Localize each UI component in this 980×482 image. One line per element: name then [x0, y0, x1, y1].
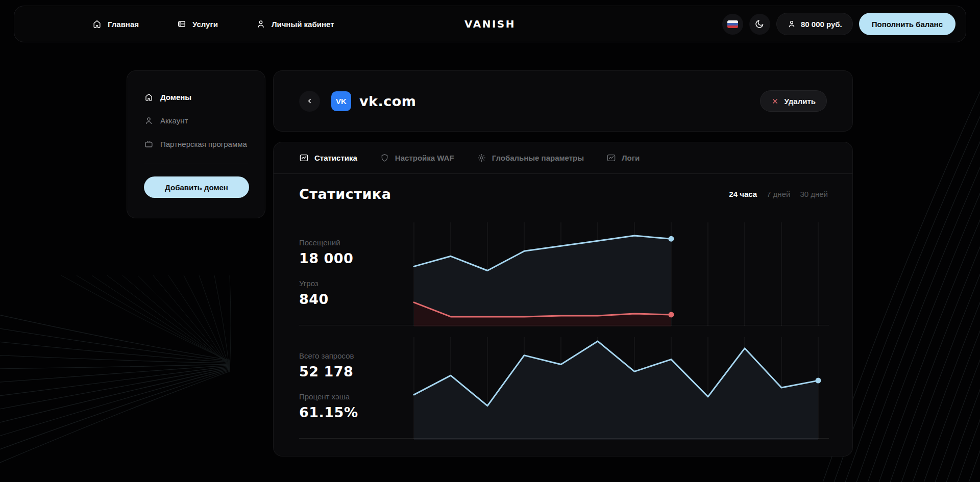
- navbar: Главная Услуги Личный кабинет VANISH: [14, 6, 966, 42]
- range-24h[interactable]: 24 часа: [729, 190, 757, 198]
- chart-divider: [299, 438, 829, 439]
- navbar-right: 80 000 руб. Пополнить баланс: [722, 13, 955, 35]
- statistics-header: Статистика 24 часа 7 дней 30 дней: [299, 186, 828, 202]
- statistics-card: Статистика Настройка WAF Глобальные пара…: [273, 142, 853, 456]
- delete-label: Удалить: [784, 97, 816, 106]
- nav-item-label: Личный кабинет: [272, 20, 334, 29]
- shield-icon: [380, 153, 389, 163]
- metrics-visits-threats: Посещений 18 000 Угроз 840: [299, 238, 411, 308]
- delete-domain-button[interactable]: Удалить: [760, 90, 827, 112]
- metric-label: Всего запросов: [299, 351, 411, 361]
- tab-waf-settings[interactable]: Настройка WAF: [380, 153, 454, 163]
- sidebar-item-label: Аккаунт: [160, 116, 188, 125]
- nav-item-account[interactable]: Личный кабинет: [256, 19, 334, 29]
- user-icon: [787, 19, 796, 29]
- metrics-requests-hash: Всего запросов 52 178 Процент хэша 61.15…: [299, 351, 411, 421]
- nav-items: Главная Услуги Личный кабинет: [92, 19, 334, 29]
- requests-chart: [413, 335, 827, 441]
- brand-logo: VANISH: [464, 18, 516, 30]
- sidebar-item-label: Партнерская программа: [160, 140, 247, 148]
- chart-icon: [299, 153, 309, 163]
- domain-header-card: VK vk.com Удалить: [273, 70, 853, 132]
- range-7d[interactable]: 7 дней: [767, 190, 790, 198]
- balance-amount: 80 000 руб.: [801, 20, 842, 29]
- tab-global-settings[interactable]: Глобальные параметры: [477, 153, 584, 163]
- nav-item-label: Главная: [108, 20, 139, 29]
- services-icon: [177, 19, 187, 29]
- sidebar-item-partner-program[interactable]: Партнерская программа: [144, 132, 248, 156]
- tab-label: Логи: [622, 154, 640, 162]
- tab-label: Настройка WAF: [395, 154, 454, 162]
- user-icon: [256, 19, 266, 29]
- user-icon: [144, 116, 154, 125]
- tab-label: Статистика: [314, 154, 357, 162]
- topup-balance-button[interactable]: Пополнить баланс: [859, 13, 955, 35]
- metric-value: 18 000: [299, 250, 411, 267]
- visits-threats-chart: [413, 220, 829, 328]
- logs-icon: [606, 153, 616, 163]
- gear-icon: [477, 153, 486, 163]
- home-icon: [92, 19, 102, 29]
- tabs: Статистика Настройка WAF Глобальные пара…: [274, 142, 852, 174]
- chart-divider: [299, 325, 829, 325]
- vk-logo: VK: [331, 91, 351, 111]
- domain-title: vk.com: [359, 93, 416, 109]
- page: Главная Услуги Личный кабинет VANISH: [0, 0, 980, 482]
- metric-label: Процент хэша: [299, 392, 411, 401]
- tab-logs[interactable]: Логи: [606, 153, 640, 163]
- range-30d[interactable]: 30 дней: [800, 190, 828, 198]
- theme-toggle-button[interactable]: [749, 14, 770, 35]
- metric-label: Посещений: [299, 238, 411, 247]
- add-domain-button[interactable]: Добавить домен: [144, 176, 249, 198]
- metric-value: 840: [299, 291, 411, 308]
- sidebar-item-account[interactable]: Аккаунт: [144, 109, 248, 132]
- statistics-title: Статистика: [299, 186, 391, 202]
- metric-label: Угроз: [299, 279, 411, 288]
- metric-value: 61.15%: [299, 404, 411, 421]
- balance-pill[interactable]: 80 000 руб.: [776, 13, 853, 35]
- sidebar-divider: [144, 164, 248, 164]
- moon-icon: [754, 19, 765, 29]
- russian-flag-icon: [727, 20, 738, 28]
- sidebar: Домены Аккаунт Партнерская программа Доб…: [127, 70, 265, 218]
- language-button[interactable]: [722, 14, 743, 35]
- close-icon: [771, 97, 779, 105]
- chevron-left-icon: [305, 96, 314, 106]
- tab-statistics[interactable]: Статистика: [299, 153, 357, 163]
- tab-label: Глобальные параметры: [492, 154, 584, 162]
- time-range-selector: 24 часа 7 дней 30 дней: [729, 190, 828, 198]
- nav-item-label: Услуги: [192, 20, 218, 29]
- sidebar-item-domains[interactable]: Домены: [144, 85, 248, 109]
- nav-item-home[interactable]: Главная: [92, 19, 139, 29]
- nav-item-services[interactable]: Услуги: [177, 19, 218, 29]
- back-button[interactable]: [299, 91, 320, 112]
- sidebar-item-label: Домены: [160, 93, 191, 102]
- metric-value: 52 178: [299, 364, 411, 380]
- briefcase-icon: [144, 139, 154, 149]
- home-icon: [144, 92, 154, 102]
